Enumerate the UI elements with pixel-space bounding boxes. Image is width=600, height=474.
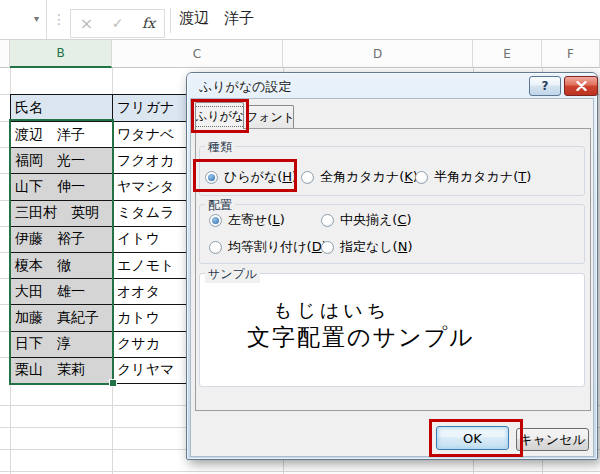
radio-align-none[interactable]: 指定なし(N)	[321, 239, 413, 255]
insert-function-icon[interactable]: fx	[133, 10, 164, 37]
tab-furigana-label: ふりがな	[195, 107, 244, 126]
radio-label: ひらがな(H)	[224, 168, 297, 186]
help-button[interactable]: ?	[529, 76, 561, 96]
gridline	[0, 173, 10, 174]
name-box-dropdown-icon[interactable]: ▾	[34, 13, 39, 25]
sample-main-text: 文字配置のサンプル	[247, 322, 475, 353]
radio-align-center[interactable]: 中央揃え(C)	[321, 212, 412, 228]
column-header-d[interactable]: D	[283, 40, 473, 68]
radio-label: 左寄せ(L)	[228, 211, 285, 229]
sample-group-label: サンプル	[205, 266, 260, 283]
radio-icon	[321, 214, 334, 227]
type-group-label: 種類	[205, 139, 235, 156]
cell-name[interactable]: 日下 淳	[11, 332, 113, 358]
cancel-button[interactable]: キャンセル	[516, 428, 589, 451]
column-header-e[interactable]: E	[473, 40, 542, 68]
cell-name[interactable]: 加藤 真紀子	[11, 305, 113, 331]
formula-bar-separator	[170, 8, 171, 33]
radio-fullwidth-katakana[interactable]: 全角カタカナ(K)	[301, 169, 418, 185]
close-icon	[576, 81, 587, 91]
sample-furigana-text: もじはいち	[273, 298, 390, 324]
gridline	[0, 121, 10, 122]
column-header-a[interactable]	[0, 40, 10, 68]
column-header-b[interactable]: B	[10, 40, 112, 68]
radio-label: 半角カタカナ(T)	[434, 168, 531, 186]
gridline	[0, 331, 10, 332]
radio-label: 全角カタカナ(K)	[320, 168, 418, 186]
formula-bar-value[interactable]: 渡辺 洋子	[179, 9, 254, 28]
close-button[interactable]	[564, 76, 598, 96]
radio-hiragana[interactable]: ひらがな(H)	[205, 169, 297, 185]
radio-align-left[interactable]: 左寄せ(L)	[209, 212, 285, 228]
gridline	[0, 200, 10, 201]
gridline	[0, 357, 10, 358]
radio-icon	[415, 171, 428, 184]
gridline	[0, 304, 10, 305]
cell-name[interactable]: 栗山 茉莉	[11, 358, 113, 384]
furigana-settings-dialog: ふりがなの設定 ? ふりがな フォント 種類 ひらがな(H) 全角カタカナ(K)…	[186, 72, 598, 460]
radio-align-distributed[interactable]: 均等割り付け(D)	[209, 239, 327, 255]
tab-furigana[interactable]: ふりがな	[195, 102, 244, 129]
tab-font[interactable]: フォント	[247, 105, 294, 129]
gridline	[0, 278, 10, 279]
cancel-entry-icon[interactable]: ×	[71, 10, 102, 37]
dialog-title: ふりがなの設定	[199, 78, 292, 96]
gridline	[0, 252, 10, 253]
cell-name[interactable]: 山下 伸一	[11, 174, 113, 200]
more-dots-icon: ⋮	[52, 11, 66, 27]
column-header-c[interactable]: C	[112, 40, 283, 68]
name-box[interactable]: ▾	[0, 0, 47, 39]
radio-icon	[209, 241, 222, 254]
formula-bar: ▾ ⋮ × ✓ fx 渡辺 洋子	[0, 0, 600, 40]
cell-name[interactable]: 福岡 光一	[11, 148, 113, 174]
radio-icon	[209, 214, 222, 227]
enter-entry-icon[interactable]: ✓	[102, 10, 133, 37]
radio-label: 中央揃え(C)	[340, 211, 412, 229]
fill-handle[interactable]	[109, 379, 117, 387]
radio-icon	[205, 171, 218, 184]
column-header-f[interactable]: F	[542, 40, 600, 68]
help-icon: ?	[542, 79, 549, 93]
cell-name[interactable]: 三田村 英明	[11, 201, 113, 227]
column-header-row: B C D E F	[0, 40, 600, 68]
cell-name[interactable]: 榎本 徹	[11, 253, 113, 279]
radio-halfwidth-katakana[interactable]: 半角カタカナ(T)	[415, 169, 531, 185]
gridline	[0, 226, 10, 227]
radio-label: 指定なし(N)	[340, 238, 413, 256]
ok-button[interactable]: OK	[436, 426, 509, 450]
table-header-name[interactable]: 氏名	[11, 95, 113, 122]
cell-name[interactable]: 渡辺 洋子	[11, 122, 113, 148]
gridline	[0, 471, 600, 472]
radio-label: 均等割り付け(D)	[228, 238, 327, 256]
gridline	[0, 147, 10, 148]
radio-icon	[301, 171, 314, 184]
cell-name[interactable]: 大田 雄一	[11, 279, 113, 305]
cell-name[interactable]: 伊藤 裕子	[11, 227, 113, 253]
formula-button-group: × ✓ fx	[70, 9, 165, 38]
radio-icon	[321, 241, 334, 254]
